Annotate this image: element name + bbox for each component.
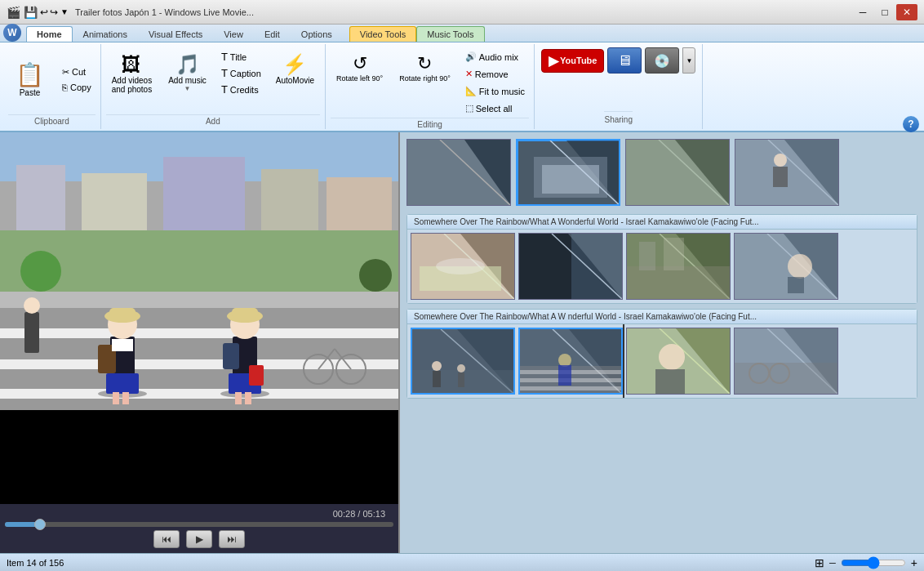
help-button[interactable]: ? [903, 116, 919, 132]
share-dropdown-button[interactable]: ▼ [682, 47, 695, 74]
sharing-group: ▶ YouTube 🖥 💿 ▼ Sharing [535, 44, 703, 129]
youtube-button[interactable]: ▶ YouTube [541, 49, 604, 73]
thumb-s1-3[interactable] [626, 233, 731, 300]
thumb-s2-4[interactable] [734, 328, 838, 395]
storyboard-section-2: Somewhere Over The Rainbow/What A W nder… [406, 309, 917, 399]
maximize-button[interactable]: □ [874, 4, 895, 20]
tab-home[interactable]: Home [26, 26, 73, 42]
close-button[interactable]: ✕ [896, 4, 917, 20]
add-music-button[interactable]: 🎵 Add music ▼ [162, 49, 212, 96]
select-all-button[interactable]: ⬚ Select all [461, 100, 529, 116]
add-videos-button[interactable]: 🖼 Add videos and photos [106, 49, 158, 98]
statusbar-right: ⊞ ─ + [815, 556, 917, 569]
quick-save-icon[interactable]: 💾 [24, 6, 38, 19]
item-count: Item 14 of 156 [7, 558, 64, 568]
auto-movie-button[interactable]: ⚡ AutoMovie [270, 49, 320, 89]
svg-rect-3 [16, 165, 65, 230]
editing-label: Editing [331, 118, 529, 131]
copy-button[interactable]: ⎘ Copy [58, 80, 96, 95]
preview-image [0, 132, 398, 410]
rotate-left-button[interactable]: ↺ Rotate left 90° [331, 49, 389, 87]
svg-rect-6 [261, 169, 318, 230]
credits-icon: T [221, 83, 228, 96]
audio-mix-button[interactable]: 🔊 Audio mix [461, 49, 529, 65]
rewind-button[interactable]: ⏮ [153, 530, 180, 548]
svg-rect-4 [82, 173, 147, 230]
top-thumb-row [400, 136, 924, 209]
copy-icon: ⎘ [62, 83, 68, 92]
tab-animations[interactable]: Animations [73, 26, 138, 42]
cut-button[interactable]: ✂ Cut [58, 65, 96, 80]
svg-rect-79 [788, 277, 804, 293]
tab-visual-effects[interactable]: Visual Effects [138, 26, 213, 42]
thumb-s2-1[interactable] [411, 328, 515, 395]
quick-redo-icon[interactable]: ↪ [50, 7, 58, 18]
svg-rect-95 [520, 386, 623, 390]
thumb-s1-2[interactable] [518, 233, 623, 300]
svg-rect-97 [558, 365, 571, 386]
title-button[interactable]: T Title [217, 49, 265, 65]
share-screen-button[interactable]: 🖥 [607, 47, 642, 74]
svg-point-78 [788, 254, 812, 279]
svg-rect-72 [627, 266, 731, 300]
zoom-in-icon[interactable]: + [911, 556, 917, 569]
quick-access-dropdown[interactable]: ▼ [60, 7, 69, 16]
play-button[interactable]: ▶ [186, 530, 212, 548]
svg-rect-7 [327, 177, 392, 230]
dvd-button[interactable]: 💿 [645, 47, 679, 74]
thumb-s1-1[interactable] [411, 233, 515, 300]
timeline-panel[interactable]: Somewhere Over The Rainbow/What A Wonder… [400, 132, 924, 553]
tab-options[interactable]: Options [291, 26, 343, 42]
window-icon: 🎬 [7, 6, 20, 19]
remove-button[interactable]: ✕ Remove [461, 66, 529, 82]
svg-point-15 [20, 251, 61, 292]
thumb-s1-4[interactable] [734, 233, 838, 300]
svg-rect-36 [249, 365, 264, 386]
fit-to-music-button[interactable]: 📐 Fit to music [461, 83, 529, 99]
quick-undo-icon[interactable]: ↩ [40, 7, 48, 18]
video-preview[interactable] [0, 132, 398, 504]
tab-view[interactable]: View [213, 26, 254, 42]
thumb-cell-top-3[interactable] [625, 139, 730, 206]
titlebar-controls: ─ □ ✕ [852, 4, 917, 20]
paste-button[interactable]: 📋 Paste [8, 57, 51, 101]
svg-rect-14 [0, 292, 398, 308]
playback-buttons: ⏮ ▶ ⏭ [153, 530, 245, 548]
fast-forward-button[interactable]: ⏭ [219, 530, 245, 548]
svg-rect-13 [0, 389, 398, 399]
office-menu-button[interactable]: W [3, 24, 21, 42]
rotate-right-button[interactable]: ↻ Rotate right 90° [393, 49, 456, 87]
credits-button[interactable]: T Credits [217, 82, 265, 97]
ribbon: 📋 Paste ✂ Cut ⎘ Copy Clipboard 🖼 Add vi [0, 42, 924, 132]
title-bar: 🎬 💾 ↩ ↪ ▼ Trailer fotos Japón 1 - Window… [0, 0, 924, 25]
progress-bar[interactable] [5, 522, 393, 527]
progress-thumb[interactable] [34, 519, 46, 530]
caption-button[interactable]: T Caption [217, 65, 265, 81]
cut-icon: ✂ [62, 67, 69, 78]
svg-point-64 [436, 258, 485, 274]
tab-music-tools[interactable]: Music Tools [416, 26, 484, 42]
svg-rect-86 [433, 371, 441, 387]
tab-edit[interactable]: Edit [254, 26, 291, 42]
svg-rect-102 [655, 369, 685, 394]
editing-group: ↺ Rotate left 90° ↻ Rotate right 90° 🔊 A… [326, 44, 535, 129]
thumb-cell-top-2[interactable] [516, 139, 620, 206]
add-videos-icon: 🖼 [122, 53, 141, 76]
svg-rect-74 [664, 238, 684, 270]
remove-icon: ✕ [465, 69, 473, 79]
svg-rect-24 [106, 373, 139, 394]
zoom-slider[interactable] [841, 556, 906, 569]
paste-icon: 📋 [16, 61, 44, 88]
ribbon-tabs: W Home Animations Visual Effects View Ed… [0, 25, 924, 42]
section-1-label: Somewhere Over The Rainbow/What A Wonder… [407, 215, 917, 230]
thumb-s2-2[interactable] [518, 328, 623, 395]
rotate-right-icon: ↻ [417, 53, 432, 74]
minimize-button[interactable]: ─ [852, 4, 873, 20]
thumb-cell-top-1[interactable] [406, 139, 511, 206]
tab-video-tools[interactable]: Video Tools [349, 26, 416, 42]
section-1-thumbs [407, 230, 917, 303]
storyboard-view-icon[interactable]: ⊞ [815, 556, 824, 569]
thumb-s2-3[interactable] [626, 328, 731, 395]
thumb-cell-top-4[interactable] [735, 139, 839, 206]
zoom-out-icon[interactable]: ─ [829, 558, 836, 568]
